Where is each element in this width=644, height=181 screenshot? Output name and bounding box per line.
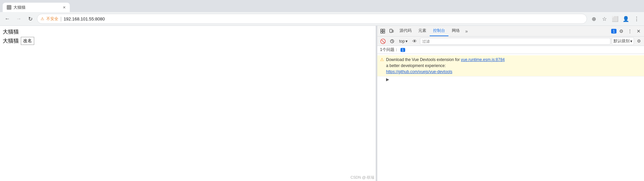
tab-title: 大猫猫 (13, 5, 25, 10)
svg-rect-0 (381, 29, 382, 31)
scope-label: top (399, 39, 405, 44)
devtools-device-btn[interactable] (387, 27, 395, 35)
devtools-close-btn[interactable]: ✕ (635, 27, 643, 35)
devtools-more-btn[interactable]: ⋮ (626, 27, 634, 35)
profile-button[interactable]: 👤 (621, 14, 631, 23)
svg-rect-5 (392, 30, 393, 32)
level-dropdown-icon: ▾ (630, 39, 632, 44)
svg-rect-4 (390, 29, 392, 33)
browser-chrome: 大猫猫 ✕ ← → ↻ ⚠ 不安全 | ⊕ ☆ ⬜ 👤 ⋮ (0, 0, 644, 26)
share-button[interactable]: ⊕ (589, 14, 598, 23)
devtools-settings-btn[interactable]: ⚙ (617, 27, 625, 35)
console-expand-arrow[interactable]: ▶ (377, 76, 644, 82)
console-preserve-btn[interactable] (388, 37, 396, 45)
svg-rect-1 (383, 29, 385, 31)
page-row: 大猫猫 改名 (3, 37, 373, 45)
url-input[interactable] (64, 16, 583, 21)
reload-button[interactable]: ↻ (25, 14, 35, 23)
tab-console[interactable]: 控制台 (430, 26, 448, 36)
console-scope-select[interactable]: top ▾ (397, 38, 409, 45)
warning-icon: ⚠ (380, 57, 384, 62)
devtools-right-icons: 1 ⚙ ⋮ ✕ (611, 27, 643, 35)
security-text: 不安全 (46, 16, 58, 22)
devtools-console: ⚠ Download the Vue Devtools extension fo… (377, 54, 644, 181)
devtools-tabs: 源代码 元素 控制台 网络 » (396, 26, 610, 36)
more-button[interactable]: ⋮ (632, 14, 641, 23)
page-heading-1: 大猫猫 (3, 28, 373, 36)
browser-tab[interactable]: 大猫猫 ✕ (3, 3, 70, 12)
rename-button[interactable]: 改名 (21, 37, 34, 45)
svg-line-8 (392, 41, 393, 42)
devtools-toolbar-2: 🚫 top ▾ 👁 默认级别 ▾ ⚙ (377, 37, 644, 46)
console-text-line2: a better development experience: (386, 63, 446, 68)
page-content: 大猫猫 大猫猫 改名 CSDN @-联瑞 (0, 26, 376, 181)
svg-rect-3 (383, 32, 385, 33)
address-separator: | (60, 16, 62, 21)
devtools-toolbar-1: 源代码 元素 控制台 网络 » 1 ⚙ ⋮ ✕ (377, 26, 644, 37)
console-settings-btn[interactable]: ⚙ (635, 38, 643, 45)
scope-dropdown-icon: ▾ (406, 39, 408, 44)
issues-label: 1个问题： (380, 47, 398, 53)
watermark: CSDN @-联瑞 (351, 175, 374, 180)
tab-sources[interactable]: 源代码 (396, 26, 415, 36)
devtools-inspect-btn[interactable] (379, 27, 387, 35)
security-icon: ⚠ (41, 16, 44, 21)
tab-network[interactable]: 网络 (448, 26, 463, 36)
console-eye-btn[interactable]: 👁 (411, 37, 419, 45)
console-message-text: Download the Vue Devtools extension for … (386, 57, 641, 75)
console-text-line1: Download the Vue Devtools extension for (386, 57, 461, 62)
maximize-button[interactable]: ⬜ (610, 14, 620, 23)
console-clear-btn[interactable]: 🚫 (379, 37, 387, 45)
main-layout: 大猫猫 大猫猫 改名 CSDN @-联瑞 (0, 26, 644, 181)
console-devtools-link[interactable]: https://github.com/vuejs/vue-devtools (386, 69, 452, 74)
back-button[interactable]: ← (3, 14, 12, 23)
tab-favicon (7, 5, 11, 10)
bookmark-button[interactable]: ☆ (600, 14, 609, 23)
console-filter-input[interactable] (420, 38, 610, 45)
tab-bar: 大猫猫 ✕ (0, 0, 644, 12)
tab-close-btn[interactable]: ✕ (63, 5, 66, 10)
page-heading-2: 大猫猫 (3, 38, 19, 45)
nav-bar: ← → ↻ ⚠ 不安全 | ⊕ ☆ ⬜ 👤 ⋮ (0, 12, 644, 25)
issues-badge: 1 (611, 29, 616, 34)
issues-bar: 1个问题： 1 (377, 46, 644, 54)
level-label: 默认级别 (613, 38, 630, 44)
svg-rect-2 (381, 32, 382, 33)
devtools-panel: 源代码 元素 控制台 网络 » 1 ⚙ ⋮ ✕ 🚫 (377, 26, 644, 181)
more-tabs-btn[interactable]: » (463, 28, 470, 34)
console-source-link[interactable]: vue.runtime.esm.js:8784 (461, 57, 505, 62)
tab-elements[interactable]: 元素 (415, 26, 430, 36)
console-level-select[interactable]: 默认级别 ▾ (612, 37, 634, 45)
nav-right-icons: ⊕ ☆ ⬜ 👤 ⋮ (589, 14, 641, 23)
issues-count-badge: 1 (400, 48, 405, 52)
forward-button[interactable]: → (14, 14, 23, 23)
address-bar[interactable]: ⚠ 不安全 | (37, 14, 587, 24)
console-entry-warning: ⚠ Download the Vue Devtools extension fo… (377, 55, 644, 76)
